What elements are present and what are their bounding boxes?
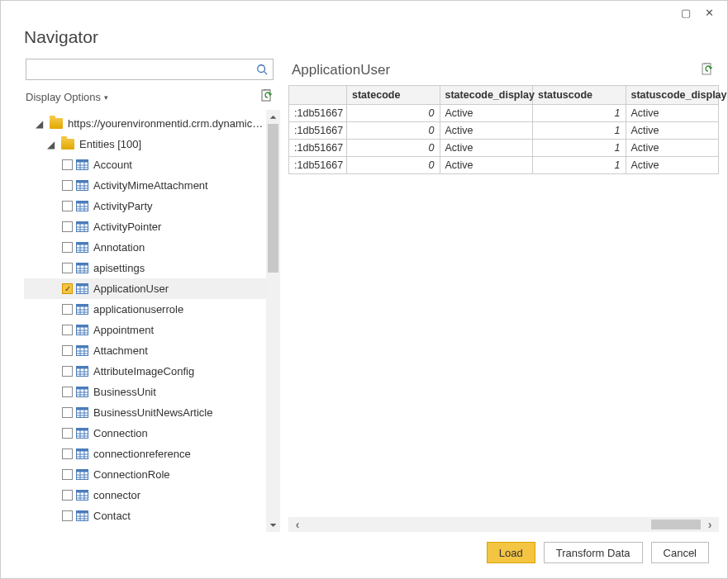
close-button[interactable]: ✕ (697, 3, 721, 21)
grid-cell: Active (626, 104, 719, 121)
tree-entity-label: Annotation (92, 241, 266, 254)
preview-title: ApplicationUser (292, 62, 390, 78)
table-icon (76, 304, 88, 315)
maximize-button[interactable]: ▢ (674, 3, 697, 21)
preview-pane: ApplicationUser statecodestatecode_displ… (288, 59, 719, 532)
tree-entity-label: Account (92, 159, 266, 171)
grid-header[interactable]: statuscode (533, 86, 626, 104)
search-icon[interactable] (251, 59, 273, 79)
expander-icon[interactable]: ◢ (36, 118, 44, 130)
checkbox[interactable] (62, 428, 73, 439)
scroll-thumb[interactable] (268, 124, 278, 273)
tree-entity-row[interactable]: Attachment (24, 340, 266, 361)
checkbox[interactable] (62, 201, 73, 211)
checkbox[interactable] (62, 221, 73, 232)
checkbox[interactable] (62, 263, 73, 273)
preview-options-icon[interactable] (701, 63, 714, 78)
tree-entity-row[interactable]: Annotation (24, 237, 266, 258)
tree-entity-row[interactable]: Connection (24, 423, 266, 444)
tree-entity-row[interactable]: apisettings (24, 258, 266, 278)
checkbox[interactable] (62, 325, 73, 335)
tree-entity-row[interactable]: ActivityParty (24, 196, 266, 216)
tree-scrollbar[interactable]: ⏶ ⏷ (266, 110, 280, 532)
content-area: Display Options ▾ ◢https://yourenvironme… (1, 59, 727, 532)
tree-entity-label: AttributeImageConfig (92, 365, 266, 377)
checkbox[interactable] (62, 304, 73, 315)
data-grid[interactable]: statecodestatecode_displaystatuscodestat… (288, 85, 719, 174)
table-icon (76, 510, 88, 521)
svg-rect-22 (77, 222, 88, 225)
tree-entity-row[interactable]: BusinessUnit (24, 382, 266, 402)
refresh-icon[interactable] (260, 89, 274, 105)
scroll-up-icon[interactable]: ⏶ (266, 110, 280, 124)
footer: Load Transform Data Cancel (1, 532, 727, 578)
grid-header[interactable]: statecode (347, 86, 440, 104)
svg-rect-58 (77, 346, 88, 349)
tree-entities-row[interactable]: ◢Entities [100] (24, 134, 266, 154)
entity-tree[interactable]: ◢https://yourenvironmentid.crm.dynamics.… (24, 110, 266, 532)
scroll-right-icon[interactable]: › (701, 518, 719, 531)
tree-entity-label: connectionreference (92, 448, 266, 460)
tree-entity-row[interactable]: ConnectionRole (24, 464, 266, 485)
grid-cell: 0 (347, 156, 440, 173)
checkbox[interactable] (62, 242, 73, 253)
checkbox[interactable] (62, 510, 73, 521)
table-icon (76, 263, 88, 273)
tree-root-row[interactable]: ◢https://yourenvironmentid.crm.dynamics.… (24, 113, 266, 134)
scroll-down-icon[interactable]: ⏷ (266, 518, 280, 532)
checkbox[interactable]: ✓ (62, 283, 73, 294)
checkbox[interactable] (62, 407, 73, 418)
search-input[interactable] (26, 59, 251, 79)
hscroll-track[interactable] (307, 519, 701, 530)
grid-cell: :1db51667 (289, 139, 347, 156)
load-button[interactable]: Load (487, 542, 535, 563)
table-icon (76, 428, 88, 439)
grid-row[interactable]: :1db516670Active1Active (289, 156, 719, 173)
tree-entity-row[interactable]: Contact (24, 505, 266, 526)
grid-cell: 0 (347, 121, 440, 139)
checkbox[interactable] (62, 469, 73, 480)
checkbox[interactable] (62, 345, 73, 356)
checkbox[interactable] (62, 448, 73, 459)
checkbox[interactable] (62, 490, 73, 501)
tree-entity-row[interactable]: connectionreference (24, 444, 266, 464)
search-box[interactable] (26, 59, 274, 80)
folder-icon (50, 118, 63, 129)
grid-hscrollbar[interactable]: ‹ › (288, 517, 719, 532)
checkbox[interactable] (62, 180, 73, 191)
scroll-track[interactable] (266, 124, 280, 518)
tree-entity-label: Connection (92, 427, 266, 439)
grid-header[interactable]: statuscode_display (626, 86, 719, 104)
tree-entity-row[interactable]: applicationuserrole (24, 299, 266, 320)
grid-row[interactable]: :1db516670Active1Active (289, 121, 719, 139)
table-icon (76, 201, 88, 211)
table-icon (76, 180, 88, 191)
display-options-dropdown[interactable]: Display Options ▾ (26, 91, 108, 103)
checkbox[interactable] (62, 366, 73, 377)
tree-entity-row[interactable]: ✓ApplicationUser (24, 278, 266, 299)
svg-rect-64 (77, 367, 88, 369)
tree-entities-label: Entities [100] (78, 138, 266, 150)
tree-entity-row[interactable]: connector (24, 485, 266, 505)
tree-entity-row[interactable]: ActivityPointer (24, 216, 266, 237)
grid-row[interactable]: :1db516670Active1Active (289, 139, 719, 156)
cancel-button[interactable]: Cancel (651, 542, 709, 563)
tree-entity-row[interactable]: Account (24, 154, 266, 175)
svg-rect-76 (77, 408, 88, 411)
checkbox[interactable] (62, 387, 73, 397)
tree-entity-row[interactable]: AttributeImageConfig (24, 361, 266, 382)
tree-entity-row[interactable]: Appointment (24, 320, 266, 340)
expander-icon[interactable]: ◢ (47, 139, 55, 150)
tree-entity-row[interactable]: ActivityMimeAttachment (24, 175, 266, 196)
tree-entity-row[interactable]: BusinessUnitNewsArticle (24, 402, 266, 423)
svg-rect-4 (77, 160, 88, 163)
table-icon (76, 407, 88, 418)
grid-header[interactable]: statecode_display (440, 86, 533, 104)
grid-row[interactable]: :1db516670Active1Active (289, 104, 719, 121)
checkbox[interactable] (62, 159, 73, 170)
grid-header[interactable] (289, 86, 347, 104)
hscroll-thumb[interactable] (651, 520, 701, 529)
tree-entity-label: Appointment (92, 324, 266, 336)
scroll-left-icon[interactable]: ‹ (288, 518, 307, 531)
transform-data-button[interactable]: Transform Data (544, 542, 643, 563)
